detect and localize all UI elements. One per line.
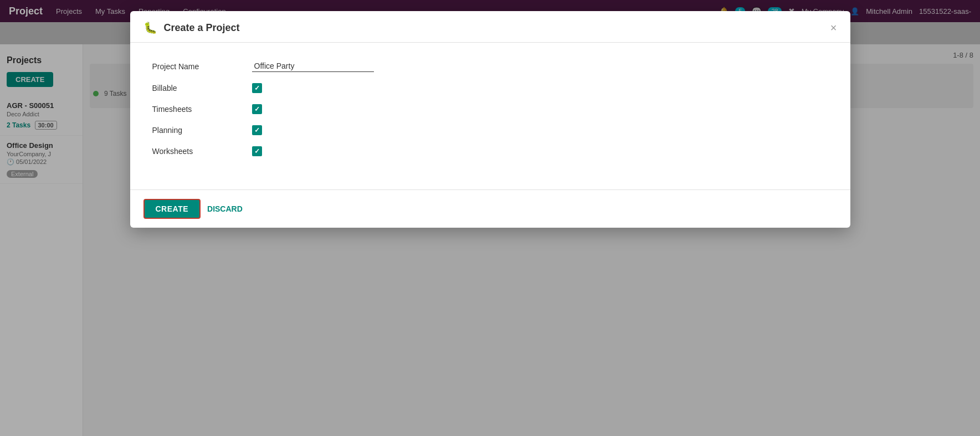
discard-button[interactable]: DISCARD: [207, 204, 243, 213]
timesheets-label: Timesheets: [152, 105, 252, 114]
worksheets-checkbox[interactable]: [252, 146, 262, 156]
modal-footer: CREATE DISCARD: [130, 189, 850, 228]
worksheets-label: Worksheets: [152, 147, 252, 156]
modal-title: Create a Project: [164, 22, 240, 34]
planning-checkbox[interactable]: [252, 125, 262, 135]
modal-body: Project Name Billable Timesheets Plannin…: [130, 43, 850, 189]
modal-close-button[interactable]: ×: [830, 22, 837, 33]
project-name-input[interactable]: [252, 60, 374, 72]
modal-bug-icon: 🐛: [143, 21, 157, 34]
planning-label: Planning: [152, 126, 252, 135]
create-project-modal: 🐛 Create a Project × Project Name Billab…: [130, 11, 850, 228]
modal-header: 🐛 Create a Project ×: [130, 11, 850, 43]
form-row-worksheets: Worksheets: [152, 146, 828, 156]
form-row-project-name: Project Name: [152, 60, 828, 72]
timesheets-checkbox[interactable]: [252, 104, 262, 114]
project-name-label: Project Name: [152, 62, 252, 71]
create-button[interactable]: CREATE: [143, 199, 201, 219]
form-row-timesheets: Timesheets: [152, 104, 828, 114]
billable-checkbox[interactable]: [252, 83, 262, 93]
billable-label: Billable: [152, 84, 252, 93]
form-row-billable: Billable: [152, 83, 828, 93]
modal-overlay: 🐛 Create a Project × Project Name Billab…: [0, 0, 980, 436]
form-row-planning: Planning: [152, 125, 828, 135]
